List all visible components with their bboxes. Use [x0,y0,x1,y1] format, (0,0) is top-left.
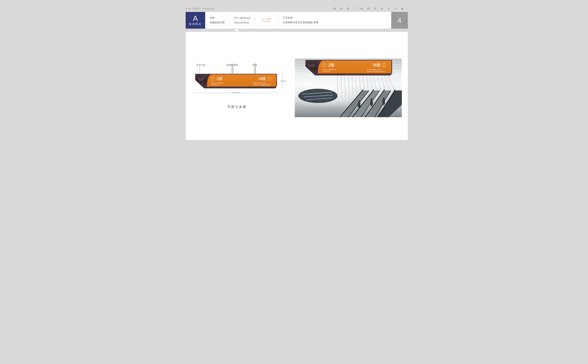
dimension-width-value: 1370mm [232,91,240,94]
diagram-caption: 平面立体图 [195,105,279,109]
sign-brand-line2: PLAZA [198,79,203,81]
sign-col-left: ↑ 2楼 爱步ECCO 百丽BELLE 亚大保罗Polo [318,60,356,73]
floor-right-label: M楼 [373,62,381,68]
sign-col-left: ↑ 2楼 爱步ECCO 百丽BELLE 亚大保罗Polo [207,74,243,87]
sign-col-right: M楼 ↓ 耐克Nike 金利来Goldlio Salvatore Ferraga… [356,60,391,73]
brand-chinese: 维多利广场标识设计方案 [334,7,408,10]
arrow-down-icon: ↓ [268,77,271,81]
floor-left-label: 2楼 [328,62,335,68]
size-label: 尺寸 (单位mm) [234,17,251,20]
sign-panel: ↑ 2楼 爱步ECCO 百丽BELLE 亚大保罗Polo M楼 ↓ [207,74,276,87]
header-cell-size: 尺寸 (单位mm) 220x1370mm [229,12,255,29]
sign-brandmark: VICTORY PLAZA [308,64,316,67]
annotation-acrylic-label: 亚克力板 [196,64,206,66]
svg-point-40 [393,101,396,108]
material-label: 工艺材质 [283,16,386,20]
annotation-paint-label: 烤漆 [252,64,257,66]
annotation-acrylic: 亚克力板 [196,64,206,67]
dimension-height: 220mm [278,74,287,88]
floor-line-left: ↑ 2楼 [211,76,242,81]
svg-point-39 [383,98,384,99]
shops-left-line1: 爱步ECCO 百丽BELLE [322,69,336,70]
sign-in-situ: VICTORY PLAZA ↑ 2楼 爱步ECCO 百丽BELLE [305,60,392,75]
content-canvas: 亚克力板 铝塑板烤漆 烤漆 [186,32,408,140]
sign-brandmark: VICTORY PLAZA [198,78,205,81]
sign-panel: ↑ 2楼 爱步ECCO 百丽BELLE 亚大保罗Polo M [318,60,391,73]
svg-line-13 [355,74,357,99]
shops-left: 爱步ECCO 百丽BELLE 亚大保罗Polo [211,82,242,85]
shops-left: 爱步ECCO 百丽BELLE 亚大保罗Polo [322,69,355,72]
shops-right-line2: Salvatore Ferragamo 菲格拉慕 [367,71,385,72]
floor-line-right: M楼 ↓ [357,62,389,68]
header-bar: A 室内部分 名称 电梯处指示牌 尺寸 (单位mm) 220x1370mm VI… [186,12,408,29]
sign-brand-line2: PLAZA [308,66,313,67]
dimension-width: 1370mm [195,91,277,95]
brand-english: VICTORY PLAZA [186,7,214,10]
header-cell-logo: VICTORY PLAZA [255,12,278,29]
svg-line-10 [345,74,345,98]
svg-line-9 [341,74,341,98]
material-value: 主体材料为亚克力及铝塑板,烤漆 [283,21,386,24]
floor-line-left: ↑ 2楼 [322,62,355,68]
shops-left-line2: 亚大保罗Polo [322,71,330,72]
name-value: 电梯处指示牌 [210,21,225,24]
svg-point-41 [394,100,396,102]
header-cell-name: 名称 电梯处指示牌 [205,12,229,29]
document-page: VICTORY PLAZA 维多利广场标识设计方案 A 室内部分 名称 电梯处指… [166,7,422,140]
dimension-height-value: 220mm [280,80,287,82]
arrow-up-icon: ↑ [211,77,215,81]
floor-left-label: 2楼 [217,76,223,81]
annotation-paint: 烤漆 [252,64,257,67]
floor-right-label: M楼 [259,76,266,81]
arrow-up-icon: ↑ [322,63,326,67]
left-column: 亚克力板 铝塑板烤漆 烤漆 [195,39,291,133]
shops-right-line2: Salvatore Ferragamo 菲格拉慕 [253,84,270,85]
size-value: 220x1370mm [234,21,251,24]
svg-point-35 [358,100,360,102]
hanger-rod [233,63,233,74]
sign-col-right: M楼 ↓ 耐克Nike 金利来Goldlio Salvatore Ferraga… [243,74,276,87]
sign-brand-line1: VICTORY [308,64,316,66]
svg-point-34 [358,102,360,108]
shops-right: 耐克Nike 金利来Goldlio Salvatore Ferragamo 菲格… [244,82,275,85]
pointer-triangle [234,29,239,31]
page-number: 4 [391,12,408,29]
category-label: 室内部分 [186,23,205,26]
shops-right-line1: 耐克Nike 金利来Goldlio [367,69,381,70]
svg-line-11 [348,74,349,99]
logo-line2: PLAZA [263,20,271,23]
shops-right: 耐克Nike 金利来Goldlio Salvatore Ferragamo 菲格… [357,69,389,72]
sign-brand-line1: VICTORY [198,78,205,79]
category-letter: A [186,15,205,22]
header-cell-material: 工艺材质 主体材料为亚克力及铝塑板,烤漆 [278,12,391,29]
svg-point-37 [371,98,372,100]
sign-diagram: 亚克力板 铝塑板烤漆 烤漆 [195,73,284,88]
logo-line1: VICTORY [261,18,272,20]
annotation-alupanel-label: 铝塑板烤漆 [226,64,238,66]
shops-right-line1: 耐克Nike 金利来Goldlio [253,82,266,84]
context-rendering: VICTORY PLAZA ↑ 2楼 爱步ECCO 百丽BELLE [295,58,402,117]
svg-point-4 [298,89,338,103]
pointer-row [186,29,408,32]
category-box: A 室内部分 [186,12,205,29]
right-column: VICTORY PLAZA ↑ 2楼 爱步ECCO 百丽BELLE [295,39,402,133]
top-strip: VICTORY PLAZA 维多利广场标识设计方案 [166,7,422,12]
name-label: 名称 [210,16,225,20]
svg-line-12 [352,74,353,99]
sign-front-view: VICTORY PLAZA ↑ 2楼 爱步ECCO 百丽BELLE 亚大保罗Po… [195,74,277,88]
svg-point-38 [382,99,385,105]
hanger-rod [254,63,255,74]
arrow-down-icon: ↓ [382,63,386,67]
svg-point-36 [370,100,373,106]
floor-line-right: M楼 ↓ [244,76,275,81]
annotation-alupanel: 铝塑板烤漆 [226,64,238,67]
shops-left-line1: 爱步ECCO 百丽BELLE [211,82,224,84]
shops-left-line2: 亚大保罗Polo [211,84,219,85]
logo-small: VICTORY PLAZA [261,18,272,23]
